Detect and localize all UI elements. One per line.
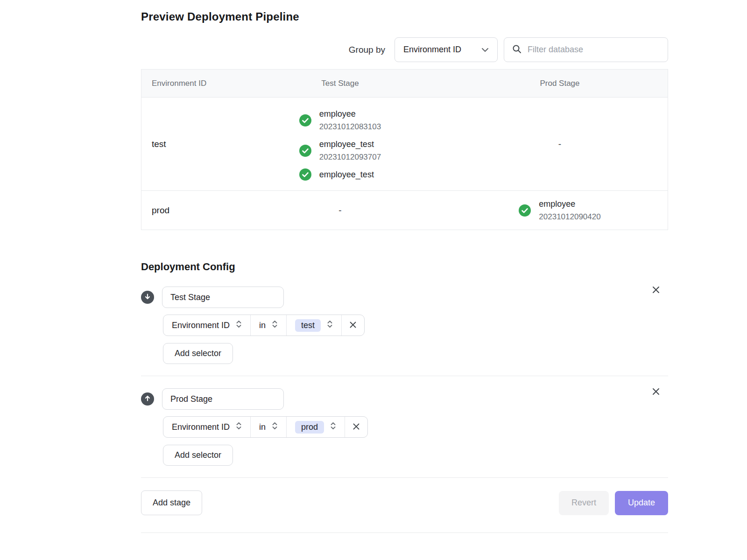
selector-value-dropdown[interactable]: prod bbox=[286, 417, 345, 437]
table-row: prod - employee 20231012090420 bbox=[141, 190, 668, 230]
deployment-config-title: Deployment Config bbox=[141, 261, 668, 273]
check-circle-icon bbox=[519, 204, 531, 217]
check-circle-icon bbox=[299, 145, 311, 157]
filter-database-input[interactable] bbox=[528, 45, 660, 55]
move-stage-down-button[interactable] bbox=[141, 291, 154, 304]
table-row: test employee 20231012083103 employee_te… bbox=[141, 97, 668, 190]
revert-button[interactable]: Revert bbox=[559, 491, 609, 515]
deployment-version: 20231012083103 bbox=[319, 120, 381, 133]
selector-key-label: Environment ID bbox=[172, 321, 230, 330]
empty-cell-dash: - bbox=[558, 139, 561, 149]
test-stage-cell: employee 20231012083103 employee_test 20… bbox=[228, 100, 452, 189]
stage-header-test bbox=[141, 287, 668, 308]
group-by-select[interactable]: Environment ID bbox=[395, 37, 498, 62]
prod-stage-cell: - bbox=[452, 139, 668, 149]
chevrons-up-down-icon bbox=[236, 320, 242, 331]
move-stage-up-button[interactable] bbox=[141, 392, 154, 406]
check-circle-icon bbox=[299, 114, 311, 126]
stage-name-input[interactable] bbox=[162, 388, 284, 410]
selector-key-dropdown[interactable]: Environment ID bbox=[163, 315, 250, 336]
chevrons-up-down-icon bbox=[272, 320, 278, 331]
add-selector-button[interactable]: Add selector bbox=[163, 343, 233, 364]
deployment-item: employee 20231012090420 bbox=[519, 197, 600, 224]
close-icon bbox=[349, 321, 357, 330]
deployment-item: employee_test 20231012093707 bbox=[299, 138, 381, 164]
column-header-environment-id: Environment ID bbox=[141, 79, 228, 88]
remove-selector-button[interactable] bbox=[345, 417, 367, 437]
empty-cell-dash: - bbox=[338, 205, 341, 216]
environment-id-cell: test bbox=[141, 139, 228, 149]
close-icon bbox=[651, 289, 661, 296]
selector-key-dropdown[interactable]: Environment ID bbox=[163, 417, 250, 437]
deployment-name: employee_test bbox=[319, 168, 374, 181]
test-stage-cell: - bbox=[228, 205, 452, 216]
prod-stage-cell: employee 20231012090420 bbox=[452, 197, 668, 224]
selector-value-dropdown[interactable]: test bbox=[286, 315, 341, 336]
close-icon bbox=[352, 422, 360, 432]
check-circle-icon bbox=[299, 168, 311, 181]
close-icon bbox=[651, 391, 661, 398]
deployment-version: 20231012090420 bbox=[539, 210, 600, 224]
stage-header-prod bbox=[141, 388, 668, 410]
table-header-row: Environment ID Test Stage Prod Stage bbox=[141, 70, 668, 97]
pipeline-toolbar: Group by Environment ID bbox=[141, 37, 668, 62]
selector-operator-dropdown[interactable]: in bbox=[250, 315, 286, 336]
chevrons-up-down-icon bbox=[330, 421, 336, 433]
divider bbox=[141, 477, 668, 478]
column-header-test-stage: Test Stage bbox=[228, 79, 452, 88]
main-content: Preview Deployment Pipeline Group by Env… bbox=[141, 0, 668, 533]
update-button[interactable]: Update bbox=[615, 491, 668, 515]
page-title: Preview Deployment Pipeline bbox=[141, 0, 668, 23]
arrow-up-icon bbox=[144, 395, 151, 403]
deployment-list: employee 20231012083103 employee_test 20… bbox=[299, 100, 381, 189]
selector-row: Environment ID in prod bbox=[163, 416, 368, 438]
chevron-down-icon bbox=[481, 45, 489, 55]
pipeline-table: Environment ID Test Stage Prod Stage tes… bbox=[141, 69, 668, 230]
filter-database-box bbox=[504, 37, 668, 62]
add-stage-button[interactable]: Add stage bbox=[141, 490, 202, 515]
remove-stage-button[interactable] bbox=[649, 283, 662, 296]
group-by-label: Group by bbox=[349, 45, 385, 55]
search-icon bbox=[512, 44, 521, 56]
stage-name-input[interactable] bbox=[162, 287, 284, 308]
remove-stage-button[interactable] bbox=[649, 385, 662, 398]
chevrons-up-down-icon bbox=[327, 320, 333, 331]
deployment-name: employee bbox=[319, 107, 381, 120]
deployment-name: employee_test bbox=[319, 138, 381, 151]
deployment-text: employee 20231012090420 bbox=[539, 197, 600, 224]
column-header-prod-stage: Prod Stage bbox=[452, 79, 668, 88]
selector-operator-dropdown[interactable]: in bbox=[250, 417, 286, 437]
selector-operator-label: in bbox=[259, 321, 266, 330]
selector-row: Environment ID in test bbox=[163, 315, 365, 336]
deployment-version: 20231012093707 bbox=[319, 151, 381, 164]
group-by-selected-value: Environment ID bbox=[403, 45, 461, 55]
selector-key-label: Environment ID bbox=[172, 422, 230, 432]
deployment-text: employee 20231012083103 bbox=[319, 107, 381, 133]
selector-operator-label: in bbox=[259, 422, 266, 432]
selector-value-pill: test bbox=[295, 319, 321, 332]
deployment-name: employee bbox=[539, 197, 600, 210]
chevrons-up-down-icon bbox=[236, 421, 242, 433]
selector-value-pill: prod bbox=[295, 421, 324, 434]
arrow-down-icon bbox=[144, 293, 151, 301]
environment-id-cell: prod bbox=[141, 205, 228, 216]
chevrons-up-down-icon bbox=[272, 421, 278, 433]
deployment-text: employee_test 20231012093707 bbox=[319, 138, 381, 164]
divider bbox=[141, 532, 668, 533]
add-selector-button[interactable]: Add selector bbox=[163, 445, 233, 466]
footer-actions: Add stage Revert Update bbox=[141, 490, 668, 515]
deployment-item: employee 20231012083103 bbox=[299, 107, 381, 133]
deployment-item: employee_test bbox=[299, 168, 374, 181]
divider bbox=[141, 376, 668, 376]
deployment-text: employee_test bbox=[319, 168, 374, 181]
remove-selector-button[interactable] bbox=[341, 315, 364, 336]
